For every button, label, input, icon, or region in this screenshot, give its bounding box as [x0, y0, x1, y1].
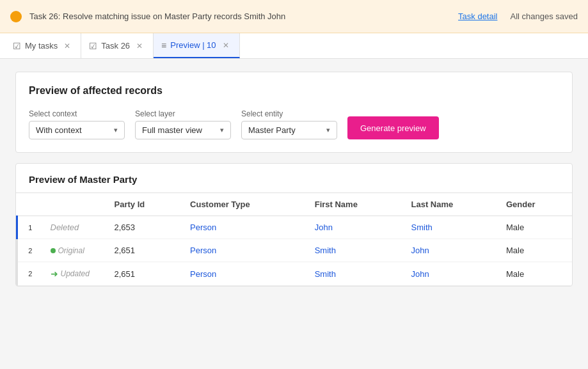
- table-row: 2 Original 2,651 Person Smith John Male: [17, 239, 573, 262]
- first-name-cell: Smith: [307, 239, 404, 262]
- row-status-updated: Updated: [61, 269, 90, 278]
- row-status-cell: Deleted: [43, 216, 107, 239]
- gender-cell: Male: [498, 239, 572, 262]
- first-name-link[interactable]: Smith: [315, 246, 336, 255]
- last-name-link[interactable]: John: [411, 269, 429, 279]
- entity-label: Select entity: [241, 109, 337, 118]
- customer-type-cell: Person: [182, 262, 307, 286]
- arrow-right-icon: ➜: [51, 269, 58, 279]
- row-status-cell: Original: [43, 239, 107, 262]
- first-name-link[interactable]: John: [315, 223, 333, 232]
- checkbox-icon: ☑: [13, 41, 21, 51]
- entity-chevron-icon: ▾: [326, 126, 330, 134]
- row-num-cell: 2: [17, 262, 43, 286]
- table-section-title: Preview of Master Party: [16, 164, 572, 193]
- tab-preview-label: Preview | 10: [170, 40, 216, 50]
- tab-bar: ☑ My tasks ✕ ☑ Task 26 ✕ ≡ Preview | 10 …: [0, 33, 588, 59]
- last-name-link[interactable]: Smith: [411, 223, 433, 232]
- tab-task-26-label: Task 26: [101, 41, 130, 51]
- main-content: Preview of affected records Select conte…: [0, 59, 588, 369]
- preview-section-title: Preview of affected records: [29, 85, 559, 97]
- gender-cell: Male: [498, 216, 572, 239]
- data-table: Party Id Customer Type First Name Last N…: [16, 193, 572, 286]
- party-id-cell: 2,651: [107, 262, 183, 286]
- col-customer-type: Customer Type: [182, 193, 307, 216]
- tab-my-tasks[interactable]: ☑ My tasks ✕: [5, 33, 81, 58]
- row-num-cell: 1: [17, 216, 43, 239]
- checkbox-icon-2: ☑: [89, 41, 97, 51]
- customer-type-link[interactable]: Person: [190, 246, 216, 255]
- layer-select[interactable]: Full master view ▾: [135, 121, 231, 139]
- context-label: Select context: [29, 109, 125, 118]
- col-first-name: First Name: [307, 193, 404, 216]
- first-name-link[interactable]: Smith: [315, 269, 336, 279]
- first-name-cell: Smith: [307, 262, 404, 286]
- tab-my-tasks-label: My tasks: [25, 41, 58, 51]
- entity-select[interactable]: Master Party ▾: [241, 121, 337, 139]
- context-chevron-icon: ▾: [114, 126, 118, 134]
- layer-value: Full master view: [142, 125, 202, 135]
- customer-type-link[interactable]: Person: [190, 223, 216, 232]
- list-icon: ≡: [161, 40, 166, 51]
- tab-preview[interactable]: ≡ Preview | 10 ✕: [154, 33, 239, 58]
- table-section: Preview of Master Party Party Id Custome…: [15, 163, 573, 287]
- last-name-cell: John: [404, 239, 498, 262]
- row-badge-updated: ➜ Updated: [51, 269, 90, 279]
- notification-dot: [10, 11, 22, 22]
- badge-dot-icon: [51, 248, 56, 253]
- tab-preview-close[interactable]: ✕: [220, 40, 232, 51]
- layer-filter-group: Select layer Full master view ▾: [135, 109, 231, 139]
- tab-my-tasks-close[interactable]: ✕: [61, 40, 73, 52]
- task-detail-link[interactable]: Task detail: [458, 12, 497, 21]
- layer-label: Select layer: [135, 109, 231, 118]
- context-value: With context: [36, 125, 82, 135]
- notification-text: Task 26: Resolve matching issue on Maste…: [29, 12, 450, 21]
- row-status-cell: ➜ Updated: [43, 262, 107, 286]
- customer-type-link[interactable]: Person: [190, 269, 216, 279]
- party-id-cell: 2,651: [107, 239, 183, 262]
- generate-preview-button[interactable]: Generate preview: [347, 116, 439, 139]
- col-num: [17, 193, 43, 216]
- row-badge-original: Original: [51, 246, 84, 255]
- entity-filter-group: Select entity Master Party ▾: [241, 109, 337, 139]
- last-name-cell: Smith: [404, 216, 498, 239]
- party-id-cell: 2,653: [107, 216, 183, 239]
- last-name-cell: John: [404, 262, 498, 286]
- context-filter-group: Select context With context ▾: [29, 109, 125, 139]
- layer-chevron-icon: ▾: [220, 126, 224, 134]
- last-name-link[interactable]: John: [411, 246, 429, 255]
- col-last-name: Last Name: [404, 193, 498, 216]
- entity-value: Master Party: [248, 125, 296, 135]
- table-row: 2 ➜ Updated 2,651 Person Smith John Male: [17, 262, 573, 286]
- preview-section: Preview of affected records Select conte…: [15, 72, 573, 153]
- context-select[interactable]: With context ▾: [29, 121, 125, 139]
- all-changes-saved: All changes saved: [510, 12, 578, 21]
- col-party-id: Party Id: [107, 193, 183, 216]
- customer-type-cell: Person: [182, 239, 307, 262]
- row-status-original: Original: [58, 246, 84, 255]
- customer-type-cell: Person: [182, 216, 307, 239]
- col-indicator: [43, 193, 107, 216]
- row-status-deleted: Deleted: [51, 223, 79, 232]
- first-name-cell: John: [307, 216, 404, 239]
- table-row: 1 Deleted 2,653 Person John Smith Male: [17, 216, 573, 239]
- notification-bar: Task 26: Resolve matching issue on Maste…: [0, 0, 588, 33]
- filter-row: Select context With context ▾ Select lay…: [29, 109, 559, 139]
- col-gender: Gender: [498, 193, 572, 216]
- tab-task-26-close[interactable]: ✕: [134, 40, 145, 52]
- gender-cell: Male: [498, 262, 572, 286]
- row-num-cell: 2: [17, 239, 43, 262]
- tab-task-26[interactable]: ☑ Task 26 ✕: [81, 33, 154, 58]
- table-header-row: Party Id Customer Type First Name Last N…: [17, 193, 573, 216]
